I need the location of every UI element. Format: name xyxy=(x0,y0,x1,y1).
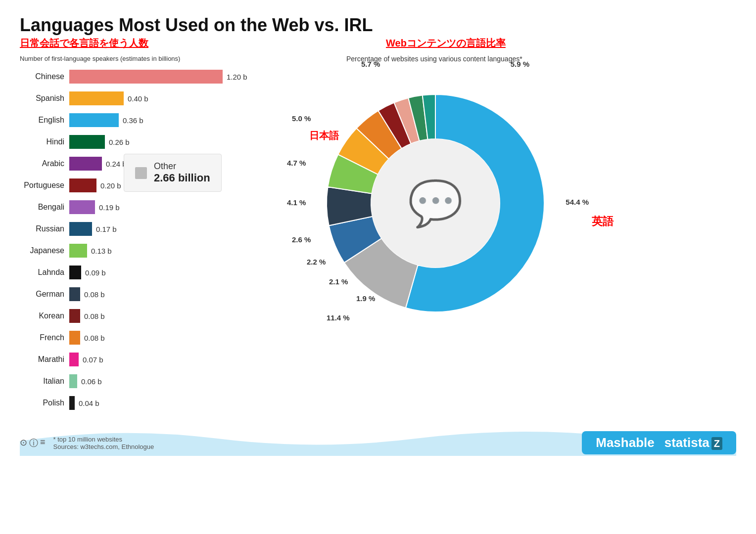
bar-value: 0.08 b xyxy=(84,334,105,342)
footer-brands: Mashable statistaZ xyxy=(582,431,736,454)
bar-label: Portuguese xyxy=(20,181,69,190)
bar-label: English xyxy=(20,116,69,125)
bar-label: Korean xyxy=(20,312,69,320)
bar-fill xyxy=(69,244,87,258)
bar-chart-rows: Chinese1.20 bSpanish0.40 bEnglish0.36 bH… xyxy=(20,68,257,411)
label-5-9: 5.9 % xyxy=(511,60,529,68)
label-2-2: 2.2 % xyxy=(307,258,326,266)
bar-outer: 0.36 b xyxy=(69,113,143,127)
bar-fill xyxy=(69,200,95,214)
bar-value: 0.08 b xyxy=(84,312,105,320)
footer-sources: Sources: w3techs.com, Ethnologue xyxy=(53,443,154,450)
bar-value: 1.20 b xyxy=(227,73,247,81)
bar-value: 0.17 b xyxy=(96,225,117,233)
bar-outer: 1.20 b xyxy=(69,70,247,84)
bar-fill xyxy=(69,222,92,236)
bar-outer: 0.24 b xyxy=(69,157,127,171)
bar-chart-section: Number of first-language speakers (estim… xyxy=(20,55,257,416)
label-4-7: 4.7 % xyxy=(287,159,306,167)
bar-outer: 0.40 b xyxy=(69,91,148,105)
subtitle-right-japanese: Webコンテンツの言語比率 xyxy=(386,37,506,50)
bar-fill xyxy=(69,287,80,301)
bar-fill xyxy=(69,266,81,279)
bar-label: German xyxy=(20,290,69,299)
content-area: Number of first-language speakers (estim… xyxy=(20,55,736,416)
bar-label: Italian xyxy=(20,377,69,386)
subtitle-left-japanese: 日常会話で各言語を使う人数 xyxy=(20,37,148,50)
bar-label: Russian xyxy=(20,224,69,233)
legend-color xyxy=(135,167,147,179)
bar-outer: 0.06 b xyxy=(69,374,102,388)
footer-left: ⊙ ⓘ ≡ * top 10 million websites Sources:… xyxy=(20,436,154,450)
bar-label: Marathi xyxy=(20,355,69,364)
bar-label: Polish xyxy=(20,399,69,407)
bar-outer: 0.26 b xyxy=(69,135,130,149)
bar-row: Korean0.08 b xyxy=(20,308,257,324)
legend-label-top: Other xyxy=(154,161,210,172)
bar-fill xyxy=(69,91,124,105)
bar-fill xyxy=(69,157,102,171)
bar-outer: 0.09 b xyxy=(69,266,106,279)
bar-outer: 0.08 b xyxy=(69,331,105,345)
donut-section: Percentage of websites using various con… xyxy=(267,55,736,416)
bar-row: Japanese0.13 b xyxy=(20,242,257,259)
bar-label: Arabic xyxy=(20,159,69,168)
bar-row: Bengali0.19 b xyxy=(20,199,257,216)
label-japanese: 日本語 xyxy=(309,129,339,142)
bar-outer: 0.20 b xyxy=(69,178,121,192)
donut-wrapper: 💬 54.4 % 英語 11.4 % 5.9 % 5.7 % 5.0 % 日本語… xyxy=(297,65,574,342)
bar-value: 0.08 b xyxy=(84,290,105,299)
footer-area: ⊙ ⓘ ≡ * top 10 million websites Sources:… xyxy=(20,421,736,458)
bar-row: Chinese1.20 b xyxy=(20,68,257,85)
cc-icon: ⊙ xyxy=(20,437,27,449)
bar-outer: 0.04 b xyxy=(69,396,99,410)
footer-license-icons: ⊙ ⓘ ≡ xyxy=(20,437,46,449)
donut-center-icon: 💬 xyxy=(408,178,463,229)
legend-text: Other 2.66 billion xyxy=(154,161,210,184)
label-2-1: 2.1 % xyxy=(329,277,348,286)
bar-value: 0.19 b xyxy=(99,203,120,212)
legend-label-bottom: 2.66 billion xyxy=(154,172,210,184)
bar-row: English0.36 b xyxy=(20,112,257,129)
bar-row: Spanish0.40 b xyxy=(20,90,257,107)
bar-row: Russian0.17 b xyxy=(20,221,257,237)
bar-value: 0.20 b xyxy=(100,181,121,190)
bar-outer: 0.07 b xyxy=(69,353,103,366)
subtitle-row: 日常会話で各言語を使う人数 Webコンテンツの言語比率 xyxy=(20,37,736,50)
bar-outer: 0.19 b xyxy=(69,200,120,214)
bar-fill xyxy=(69,353,79,366)
footer-footnote: * top 10 million websites xyxy=(53,436,154,443)
bar-fill xyxy=(69,374,77,388)
bar-chart-note: Number of first-language speakers (estim… xyxy=(20,55,257,62)
bar-value: 0.13 b xyxy=(91,247,112,255)
bar-fill xyxy=(69,113,119,127)
bar-row: Polish0.04 b xyxy=(20,395,257,411)
label-1-9: 1.9 % xyxy=(356,294,375,303)
bar-value: 0.40 b xyxy=(128,94,148,103)
label-5-0: 5.0 % xyxy=(292,114,311,123)
bar-fill xyxy=(69,309,80,323)
bar-value: 0.06 b xyxy=(81,377,102,386)
bar-row: Lahnda0.09 b xyxy=(20,264,257,281)
statista-z-icon: Z xyxy=(711,437,722,450)
label-4-1: 4.1 % xyxy=(287,198,306,207)
bar-value: 0.26 b xyxy=(109,138,130,146)
bar-outer: 0.08 b xyxy=(69,309,105,323)
statista-brand: statistaZ xyxy=(664,435,722,450)
sa-icon: ≡ xyxy=(40,437,46,449)
label-english: 英語 xyxy=(592,214,614,229)
label-11: 11.4 % xyxy=(327,313,350,322)
bar-label: Japanese xyxy=(20,246,69,255)
bar-label: Spanish xyxy=(20,94,69,103)
label-54: 54.4 % xyxy=(566,198,589,206)
main-container: Languages Most Used on the Web vs. IRL 日… xyxy=(0,0,756,534)
bar-fill xyxy=(69,135,105,149)
bar-fill xyxy=(69,331,80,345)
bar-label: Bengali xyxy=(20,203,69,212)
bar-outer: 0.08 b xyxy=(69,287,105,301)
label-5-7: 5.7 % xyxy=(361,60,380,68)
footer: ⊙ ⓘ ≡ * top 10 million websites Sources:… xyxy=(20,431,736,454)
bar-row: Italian0.06 b xyxy=(20,373,257,390)
label-2-6: 2.6 % xyxy=(292,235,311,244)
bar-row: French0.08 b xyxy=(20,329,257,346)
